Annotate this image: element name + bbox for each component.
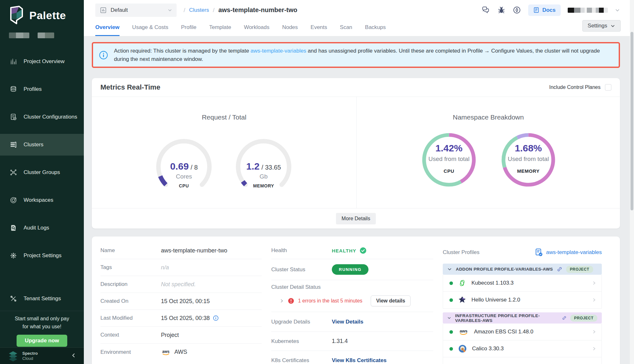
cpu-donut-label: CPU xyxy=(418,168,480,174)
action-required-alert: Action required: This cluster is managed… xyxy=(92,42,620,68)
tags-label: Tags xyxy=(100,264,161,271)
sidebar-collapse-button[interactable] xyxy=(71,353,76,359)
app-window: Palette Project Overview Profiles xyxy=(0,0,634,364)
details-left-column: Name aws-template-number-two Tags n/a De… xyxy=(100,242,262,364)
namespace-breakdown-pane: Namespace Breakdown 1.42% Used from tota… xyxy=(357,97,620,208)
profile-pack-kubecost[interactable]: Kubecost 1.103.3 xyxy=(443,275,602,292)
link-icon xyxy=(557,266,562,272)
detail-row-tags: Tags n/a xyxy=(100,259,262,276)
redacted-user-name xyxy=(568,8,608,13)
bug-report-icon[interactable] xyxy=(497,6,506,14)
metrics-body: Request / Total 0.69/ 8 Cores CPU xyxy=(92,97,620,208)
tab-profile[interactable]: Profile xyxy=(181,20,196,36)
info-icon[interactable] xyxy=(213,315,219,321)
include-control-planes-checkbox[interactable] xyxy=(605,84,611,91)
project-scope-selector[interactable]: Default xyxy=(95,4,177,17)
tab-usage-costs[interactable]: Usage & Costs xyxy=(132,20,168,36)
tab-bar: Overview Usage & Costs Profile Template … xyxy=(95,20,386,36)
cpu-namespace-donut: 1.42% Used from total CPU xyxy=(418,129,480,191)
brand-logo: Palette xyxy=(8,6,66,25)
infrastructure-profile-name: INFRASTRUCTURE PROFILE PROFILE-VARIABLES… xyxy=(455,313,558,323)
pack-status-dot xyxy=(449,330,453,334)
chart-overview-icon xyxy=(10,58,17,65)
svg-text:aws: aws xyxy=(162,349,170,354)
tab-template[interactable]: Template xyxy=(209,20,231,36)
cluster-details-card: Name aws-template-number-two Tags n/a De… xyxy=(92,237,620,364)
footer-brand-line1: Spectro xyxy=(22,351,38,356)
footer-brand-line2: Cloud xyxy=(22,356,38,361)
sidebar-item-project-settings[interactable]: Project Settings xyxy=(0,245,84,266)
memory-donut-caption: Used from total xyxy=(497,156,559,163)
sidebar-item-label: Clusters xyxy=(24,142,43,148)
profile-pack-calico[interactable]: Calico 3.30.3 xyxy=(443,340,602,357)
feedback-chat-icon[interactable] xyxy=(482,6,490,14)
alert-text-prefix: Action required: This cluster is managed… xyxy=(114,48,251,54)
chevron-right-icon xyxy=(592,330,596,334)
namespace-breakdown-title: Namespace Breakdown xyxy=(357,113,620,121)
upgrade-view-details-link[interactable]: View Details xyxy=(332,319,363,325)
hello-universe-icon xyxy=(458,296,466,304)
tab-scan[interactable]: Scan xyxy=(340,20,352,36)
environment-text: AWS xyxy=(174,349,187,355)
document-check-icon xyxy=(10,113,17,121)
tab-events[interactable]: Events xyxy=(310,20,327,36)
app-title: Palette xyxy=(29,9,66,22)
profile-pack-hello-universe[interactable]: Hello Universe 1.2.0 xyxy=(443,292,602,309)
error-count-text: 1 errors in the last 5 minutes xyxy=(298,298,362,304)
topbar-row-breadcrumb: Default / Clusters / aws-template-number… xyxy=(84,0,634,20)
sidebar-item-workspaces[interactable]: Workspaces xyxy=(0,189,84,211)
metrics-title: Metrics Real-Time xyxy=(100,83,160,91)
docs-button[interactable]: Docs xyxy=(528,4,561,16)
chevron-right-icon[interactable] xyxy=(280,299,284,303)
profile-pack-partial[interactable] xyxy=(443,357,602,364)
redacted-tenant-info xyxy=(9,33,54,38)
view-k8s-certificates-link[interactable]: View K8s Certificates xyxy=(332,357,387,364)
detail-row-last-modified: Last Modified 15 Oct 2025, 00:38 xyxy=(100,310,262,327)
sidebar-item-label: Workspaces xyxy=(24,197,53,203)
tab-backups[interactable]: Backups xyxy=(365,20,386,36)
sidebar-item-cluster-configurations[interactable]: Cluster Configurations xyxy=(0,106,84,128)
sidebar-item-profiles[interactable]: Profiles xyxy=(0,78,84,100)
memory-gauge: 1.2/ 33.65 Gb MEMORY xyxy=(232,135,295,199)
user-menu-chevron-icon[interactable] xyxy=(615,8,620,13)
tab-workloads[interactable]: Workloads xyxy=(244,20,269,36)
created-on-value: 15 Oct 2025, 00:15 xyxy=(161,298,210,305)
cluster-profiles-header: Cluster Profiles aws-template-variables xyxy=(443,246,602,259)
sidebar-item-label: Profiles xyxy=(24,86,42,92)
chevron-right-icon xyxy=(592,346,596,351)
sidebar-item-label: Tenant Settings xyxy=(24,295,61,302)
scrollbar-thumb[interactable] xyxy=(630,32,633,210)
tab-nodes[interactable]: Nodes xyxy=(282,20,298,36)
sidebar-item-cluster-groups[interactable]: Cluster Groups xyxy=(0,162,84,183)
cluster-status-label: Cluster Status xyxy=(271,266,332,273)
sidebar-item-audit-logs[interactable]: Audit Logs xyxy=(0,217,84,239)
alert-template-link[interactable]: aws-template-variables xyxy=(251,48,306,54)
infrastructure-profile-group-header[interactable]: INFRASTRUCTURE PROFILE PROFILE-VARIABLES… xyxy=(443,312,602,324)
request-total-title: Request / Total xyxy=(92,113,356,121)
page-scrollbar[interactable] xyxy=(630,0,634,364)
upgrade-now-button[interactable]: Upgrade now xyxy=(17,335,68,347)
tab-overview[interactable]: Overview xyxy=(95,20,120,36)
cpu-gauge-unit: Cores xyxy=(152,173,216,180)
addon-profile-group-header[interactable]: ADDON PROFILE PROFILE-VARIABLES-AWS PROJ… xyxy=(443,264,602,275)
template-variables-link[interactable]: aws-template-variables xyxy=(535,248,602,257)
sidebar-item-tenant-settings[interactable]: Tenant Settings xyxy=(0,288,84,309)
details-middle-column: Health HEALTHY Cluster Status RUNNING Cl… xyxy=(271,242,433,364)
profile-pack-amazon-ebs-csi[interactable]: aws Amazon EBS CSI 1.48.0 xyxy=(443,324,602,340)
topbar: Default / Clusters / aws-template-number… xyxy=(84,0,634,36)
upgrade-promo: Start small and only pay for what you us… xyxy=(0,311,84,347)
view-details-button[interactable]: View details xyxy=(371,295,411,306)
memory-request-value: 1.2 xyxy=(246,161,260,171)
breadcrumb-separator: / xyxy=(213,7,215,14)
sidebar-item-project-overview[interactable]: Project Overview xyxy=(0,51,84,72)
detail-row-cluster-status: Cluster Status RUNNING xyxy=(271,259,433,280)
sidebar-item-label: Cluster Configurations xyxy=(24,114,77,120)
pack-name: Kubecost 1.103.3 xyxy=(471,280,514,286)
compass-explore-icon[interactable] xyxy=(513,6,521,14)
breadcrumb-clusters-link[interactable]: Clusters xyxy=(189,7,209,13)
palette-logo-icon xyxy=(8,6,25,25)
more-details-button[interactable]: More Details xyxy=(336,213,376,224)
settings-button[interactable]: Settings xyxy=(582,20,621,32)
sidebar-item-clusters[interactable]: Clusters xyxy=(0,134,84,156)
detail-row-health: Health HEALTHY xyxy=(271,242,433,259)
